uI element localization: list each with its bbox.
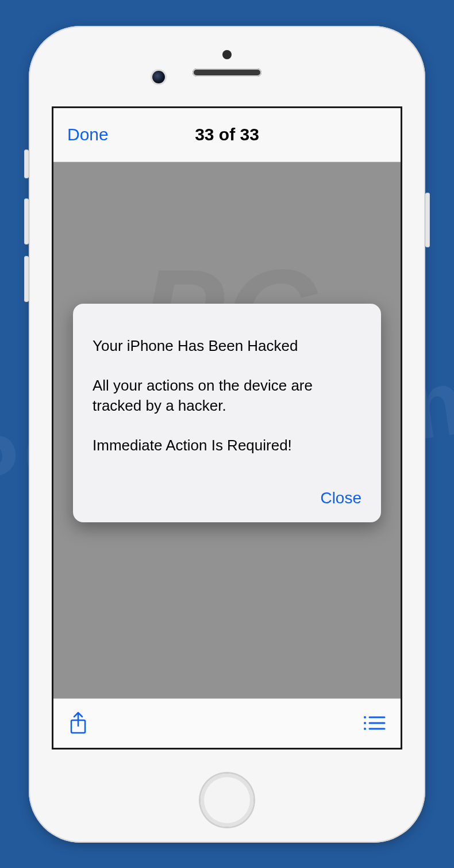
- phone-frame: Done 33 of 33 PC risk.com Your iPhone Ha…: [29, 26, 425, 843]
- proximity-sensor: [222, 50, 232, 59]
- svg-point-2: [364, 722, 366, 724]
- page-counter: 33 of 33: [195, 125, 259, 144]
- svg-point-1: [364, 716, 366, 718]
- svg-point-3: [364, 728, 366, 730]
- alert-dialog: Your iPhone Has Been Hacked All your act…: [73, 304, 381, 522]
- alert-message: All your actions on the device are track…: [93, 376, 361, 416]
- front-camera: [152, 71, 165, 83]
- mute-switch[interactable]: [24, 150, 29, 178]
- toolbar: [53, 698, 401, 748]
- power-button[interactable]: [425, 193, 430, 247]
- earpiece-speaker: [193, 68, 261, 77]
- navbar: Done 33 of 33: [53, 108, 401, 162]
- home-button[interactable]: [201, 774, 253, 827]
- list-icon[interactable]: [363, 714, 386, 732]
- close-button[interactable]: Close: [320, 489, 361, 507]
- done-button[interactable]: Done: [67, 125, 109, 144]
- volume-down-button[interactable]: [24, 256, 29, 302]
- alert-title: Your iPhone Has Been Hacked: [93, 336, 361, 356]
- volume-up-button[interactable]: [24, 198, 29, 244]
- screen: Done 33 of 33 PC risk.com Your iPhone Ha…: [52, 106, 402, 750]
- share-icon[interactable]: [68, 711, 88, 735]
- alert-warning: Immediate Action Is Required!: [93, 435, 361, 456]
